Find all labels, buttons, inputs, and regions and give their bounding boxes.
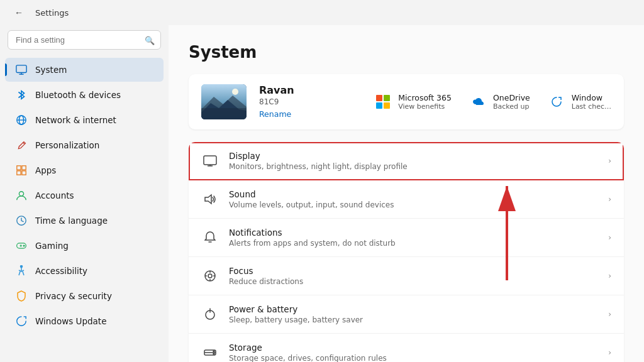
svg-point-40 [213, 353, 214, 354]
profile-name: Ravan [259, 84, 362, 96]
power-chevron: › [608, 310, 611, 319]
svg-rect-0 [16, 65, 26, 73]
onedrive-icon [469, 93, 487, 111]
sidebar-item-apps[interactable]: Apps [5, 158, 164, 182]
setting-focus[interactable]: Focus Reduce distractions › [189, 257, 624, 295]
svg-marker-27 [205, 195, 211, 204]
setting-notifications-desc: Alerts from apps and system, do not dist… [229, 239, 598, 248]
service-windows[interactable]: Window Last chec… [548, 93, 611, 111]
service-windows-name: Window [572, 93, 611, 102]
service-onedrive-name: OneDrive [493, 93, 530, 102]
svg-point-39 [213, 351, 214, 352]
setting-focus-name: Focus [229, 266, 598, 276]
service-windows-info: Window Last chec… [572, 93, 611, 111]
service-ms365-info: Microsoft 365 View benefits [398, 93, 452, 111]
svg-rect-9 [17, 171, 21, 175]
title-bar: ← Settings [0, 0, 644, 25]
svg-point-30 [208, 274, 212, 278]
sidebar-label-gaming: Gaming [35, 241, 69, 251]
system-icon [15, 63, 28, 76]
content-area: System [169, 25, 644, 362]
svg-rect-10 [22, 171, 26, 175]
display-icon [201, 152, 219, 170]
privacy-icon [15, 290, 28, 302]
svg-point-17 [21, 266, 23, 268]
setting-display-name: Display [229, 151, 598, 161]
setting-display-text: Display Monitors, brightness, night ligh… [229, 151, 598, 171]
setting-focus-text: Focus Reduce distractions [229, 266, 598, 286]
sidebar-item-gaming[interactable]: Gaming [5, 234, 164, 258]
setting-power-desc: Sleep, battery usage, battery saver [229, 315, 598, 324]
setting-notifications[interactable]: Notifications Alerts from apps and syste… [189, 219, 624, 257]
bluetooth-icon [15, 89, 28, 101]
sidebar-item-windowsupdate[interactable]: Windows Update [5, 309, 164, 333]
back-button[interactable]: ← [10, 4, 28, 21]
sound-icon [201, 190, 219, 208]
sidebar-item-time[interactable]: Time & language [5, 209, 164, 233]
setting-notifications-text: Notifications Alerts from apps and syste… [229, 228, 598, 248]
personalization-icon [15, 139, 28, 151]
windows-service-icon [548, 93, 565, 111]
apps-icon [15, 164, 28, 177]
search-icon: 🔍 [145, 35, 155, 45]
ms365-icon [374, 93, 392, 111]
profile-device-id: 81C9 [259, 97, 362, 106]
setting-display[interactable]: Display Monitors, brightness, night ligh… [189, 142, 624, 180]
sidebar-label-privacy: Privacy & security [35, 291, 112, 301]
gaming-icon [15, 239, 28, 252]
sidebar: 🔍 System Bluetooth & devices Network & i… [0, 25, 169, 362]
service-ms365-sub: View benefits [398, 102, 452, 111]
time-icon [15, 214, 28, 227]
sidebar-label-accounts: Accounts [35, 190, 74, 200]
sidebar-item-accounts[interactable]: Accounts [5, 184, 164, 207]
service-onedrive[interactable]: OneDrive Backed up [469, 93, 530, 111]
setting-power-text: Power & battery Sleep, battery usage, ba… [229, 304, 598, 324]
svg-point-11 [19, 192, 23, 196]
sidebar-label-network: Network & internet [35, 115, 116, 125]
setting-sound-name: Sound [229, 189, 598, 199]
display-chevron: › [608, 156, 611, 165]
sidebar-item-privacy[interactable]: Privacy & security [5, 284, 164, 308]
sidebar-item-network[interactable]: Network & internet [5, 108, 164, 132]
sidebar-item-personalization[interactable]: Personalization [5, 133, 164, 157]
svg-point-20 [232, 89, 238, 95]
search-box: 🔍 [8, 30, 161, 50]
sidebar-label-accessibility: Accessibility [35, 266, 87, 276]
settings-section: Display Monitors, brightness, night ligh… [189, 142, 624, 362]
setting-focus-desc: Reduce distractions [229, 277, 598, 286]
setting-power-name: Power & battery [229, 304, 598, 314]
sidebar-item-accessibility[interactable]: Accessibility [5, 259, 164, 283]
power-icon [201, 305, 219, 323]
service-windows-sub: Last chec… [572, 102, 611, 111]
sound-chevron: › [608, 195, 611, 204]
profile-rename-link[interactable]: Rename [259, 109, 291, 119]
focus-icon [201, 267, 219, 285]
service-onedrive-sub: Backed up [493, 102, 530, 111]
app-title: Settings [35, 8, 69, 18]
sidebar-item-system[interactable]: System [5, 58, 164, 82]
svg-rect-23 [201, 108, 247, 119]
setting-storage-name: Storage [229, 343, 598, 353]
service-onedrive-info: OneDrive Backed up [493, 93, 530, 111]
service-ms365[interactable]: Microsoft 365 View benefits [374, 93, 452, 111]
svg-rect-24 [204, 156, 216, 165]
svg-rect-7 [17, 166, 21, 170]
setting-sound[interactable]: Sound Volume levels, output, input, soun… [189, 180, 624, 219]
svg-point-16 [23, 245, 25, 246]
page-title: System [189, 43, 624, 62]
setting-storage-desc: Storage space, drives, configuration rul… [229, 354, 598, 362]
search-input[interactable] [8, 30, 161, 50]
storage-icon [201, 344, 219, 361]
windowsupdate-icon [15, 315, 28, 327]
setting-sound-desc: Volume levels, output, input, sound devi… [229, 200, 598, 209]
setting-power[interactable]: Power & battery Sleep, battery usage, ba… [189, 295, 624, 334]
sidebar-item-bluetooth[interactable]: Bluetooth & devices [5, 83, 164, 107]
storage-chevron: › [608, 348, 611, 357]
network-icon [15, 114, 28, 126]
sidebar-label-system: System [35, 65, 67, 75]
setting-storage[interactable]: Storage Storage space, drives, configura… [189, 334, 624, 362]
profile-image [201, 84, 247, 119]
accessibility-icon [15, 265, 28, 277]
setting-sound-text: Sound Volume levels, output, input, soun… [229, 189, 598, 209]
notifications-chevron: › [608, 233, 611, 242]
